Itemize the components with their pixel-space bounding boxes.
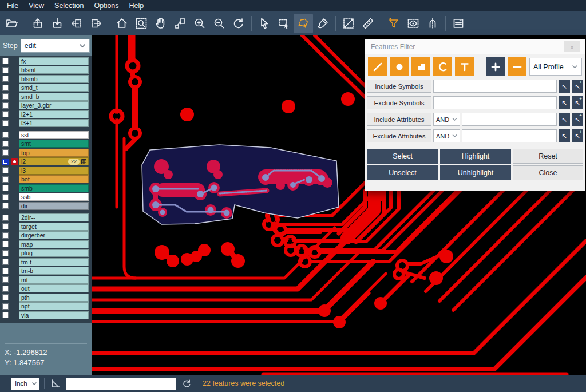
measure-diagonal-icon[interactable] bbox=[339, 14, 358, 33]
layer-visibility-checkbox-plug[interactable] bbox=[2, 250, 9, 256]
filter-positive-button[interactable] bbox=[486, 57, 505, 76]
highlight-button[interactable]: Highlight bbox=[440, 149, 511, 164]
layer-visibility-checkbox-bfsmt[interactable] bbox=[2, 67, 9, 73]
layer-l2[interactable]: l222 bbox=[19, 157, 89, 165]
layer-visibility-checkbox-2dir--[interactable] bbox=[2, 215, 9, 221]
refresh-icon[interactable] bbox=[181, 378, 192, 389]
layer-map[interactable]: map bbox=[19, 240, 89, 248]
layer-visibility-checkbox-target[interactable] bbox=[2, 223, 9, 229]
layer-tm-b[interactable]: tm-b bbox=[19, 267, 89, 275]
layer-fx[interactable]: fx bbox=[19, 57, 89, 65]
filter-text-button[interactable] bbox=[455, 57, 474, 76]
filter-arc-button[interactable] bbox=[433, 57, 452, 76]
exclude-attributes-button[interactable]: Exclude Attributes bbox=[367, 129, 431, 142]
dialog-title-bar[interactable]: Features Filter x bbox=[365, 39, 585, 54]
pick-symbol-add-icon[interactable]: ↖+ bbox=[572, 80, 583, 93]
exclude-symbols-input[interactable] bbox=[433, 96, 557, 109]
layer-l2+1[interactable]: l2+1 bbox=[19, 110, 89, 118]
zoom-previous-icon[interactable] bbox=[229, 14, 248, 33]
exclude-attributes-input[interactable] bbox=[462, 129, 557, 142]
layer-visibility-checkbox-fx[interactable] bbox=[2, 58, 9, 64]
layer-visibility-checkbox-sst[interactable] bbox=[2, 132, 9, 138]
layers-panel-icon[interactable] bbox=[449, 14, 468, 33]
exclude-symbols-button[interactable]: Exclude Symbols bbox=[367, 96, 431, 109]
select-button[interactable]: Select bbox=[367, 149, 438, 164]
layer-smb[interactable]: smb bbox=[19, 184, 89, 192]
menu-view[interactable]: View bbox=[24, 1, 50, 11]
layer-visibility-checkbox-bot[interactable] bbox=[2, 176, 9, 183]
filter-line-button[interactable] bbox=[368, 57, 387, 76]
layer-bfsmb[interactable]: bfsmb bbox=[19, 75, 89, 83]
layer-visibility-checkbox-layer_3.gbr[interactable] bbox=[2, 102, 9, 109]
layer-dir[interactable]: dir bbox=[19, 202, 89, 210]
menu-file[interactable]: File bbox=[2, 1, 24, 11]
zoom-in-icon[interactable] bbox=[190, 14, 209, 33]
layer-target[interactable]: target bbox=[19, 223, 89, 231]
view-options-icon[interactable] bbox=[403, 14, 423, 33]
profile-select[interactable]: All Profile bbox=[529, 58, 582, 76]
pan-hand-icon[interactable] bbox=[151, 14, 171, 33]
zoom-select-icon[interactable] bbox=[132, 14, 151, 33]
layer-visibility-checkbox-pth[interactable] bbox=[2, 294, 9, 300]
layer-layer_3.gbr[interactable]: layer_3.gbr bbox=[19, 101, 89, 109]
layer-visibility-checkbox-bfsmb[interactable] bbox=[2, 76, 9, 82]
layer-top[interactable]: top bbox=[19, 149, 89, 157]
layer-visibility-checkbox-tm-b[interactable] bbox=[2, 268, 9, 274]
filter-surface-button[interactable] bbox=[411, 57, 430, 76]
layer-visibility-checkbox-l2+1[interactable] bbox=[2, 111, 9, 117]
layer-ssb[interactable]: ssb bbox=[19, 193, 89, 201]
layer-tm-t[interactable]: tm-t bbox=[19, 258, 89, 266]
layer-via[interactable]: via bbox=[19, 311, 89, 319]
layer-visibility-checkbox-l3+1[interactable] bbox=[2, 120, 9, 126]
layer-visibility-checkbox-tm-t[interactable] bbox=[2, 259, 9, 265]
layer-bfsmt[interactable]: bfsmt bbox=[19, 66, 89, 74]
layer-pth[interactable]: pth bbox=[19, 294, 89, 302]
send-left-icon[interactable] bbox=[67, 14, 86, 33]
zoom-out-icon[interactable] bbox=[209, 14, 229, 33]
layer-out[interactable]: out bbox=[19, 284, 89, 292]
layer-plug[interactable]: plug bbox=[19, 249, 89, 257]
units-select[interactable]: Inch bbox=[11, 378, 39, 390]
reset-button[interactable]: Reset bbox=[513, 149, 583, 164]
layer-visibility-checkbox-ssb[interactable] bbox=[2, 194, 9, 200]
layer-l3[interactable]: l3 bbox=[19, 167, 89, 175]
include-attributes-operator-select[interactable]: AND bbox=[433, 113, 460, 126]
include-attributes-input[interactable] bbox=[462, 113, 557, 126]
layer-visibility-checkbox-map[interactable] bbox=[2, 241, 9, 247]
clear-brush-icon[interactable] bbox=[313, 14, 332, 33]
layer-smd_b[interactable]: smd_b bbox=[19, 93, 89, 101]
snap-icon[interactable] bbox=[423, 14, 442, 33]
pick-symbol-icon[interactable]: ↖ bbox=[559, 80, 570, 93]
send-down-icon[interactable] bbox=[47, 14, 67, 33]
pick-attribute-icon[interactable]: ↖ bbox=[559, 113, 570, 126]
layer-visibility-checkbox-out[interactable] bbox=[2, 286, 9, 292]
layer-visibility-checkbox-dir[interactable] bbox=[2, 203, 9, 209]
layer-visibility-checkbox-smb[interactable] bbox=[2, 185, 9, 191]
open-icon[interactable] bbox=[2, 14, 22, 33]
features-filter-icon[interactable] bbox=[384, 14, 403, 33]
layer-visibility-checkbox-mt[interactable] bbox=[2, 276, 9, 283]
active-layer-indicator[interactable] bbox=[11, 158, 18, 165]
layer-bot[interactable]: bot bbox=[19, 175, 89, 183]
layer-2dir--[interactable]: 2dir-- bbox=[19, 213, 89, 221]
select-polygon-icon[interactable] bbox=[294, 14, 313, 33]
layer-dirgerber[interactable]: dirgerber bbox=[19, 231, 89, 239]
select-rectangle-icon[interactable] bbox=[274, 14, 294, 33]
angle-measure-icon[interactable] bbox=[50, 378, 61, 389]
include-symbols-input[interactable] bbox=[433, 80, 557, 93]
unselect-button[interactable]: Unselect bbox=[367, 165, 438, 180]
layer-smt[interactable]: smt bbox=[19, 140, 89, 148]
layer-visibility-checkbox-smd_b[interactable] bbox=[2, 93, 9, 100]
home-icon[interactable] bbox=[112, 14, 132, 33]
exclude-attributes-operator-select[interactable]: AND bbox=[433, 129, 460, 142]
layer-smd_t[interactable]: smd_t bbox=[19, 84, 89, 92]
pick-attribute-add-icon[interactable]: ↖+ bbox=[572, 129, 583, 142]
layer-visibility-checkbox-npt[interactable] bbox=[2, 303, 9, 310]
layer-visibility-checkbox-via[interactable] bbox=[2, 312, 9, 318]
pick-attribute-icon[interactable]: ↖ bbox=[559, 129, 570, 142]
send-right-icon[interactable] bbox=[86, 14, 106, 33]
layer-visibility-checkbox-l3[interactable] bbox=[2, 167, 9, 173]
include-symbols-button[interactable]: Include Symbols bbox=[367, 80, 431, 93]
filter-negative-button[interactable] bbox=[508, 57, 526, 76]
command-input[interactable] bbox=[66, 378, 176, 390]
